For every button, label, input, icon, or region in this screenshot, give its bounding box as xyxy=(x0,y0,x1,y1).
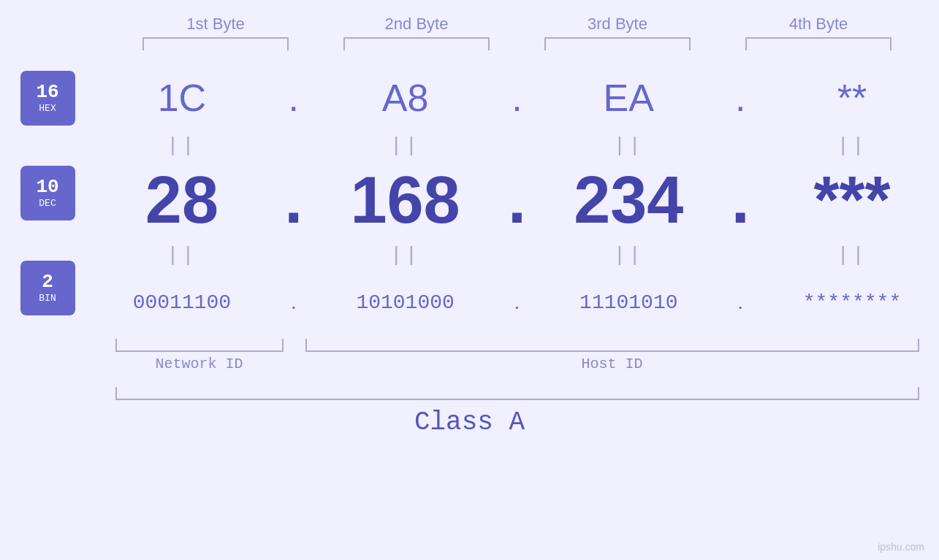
full-bracket xyxy=(115,387,919,400)
bin-b4: ******** xyxy=(779,291,925,314)
eq2-c2: || xyxy=(332,244,479,266)
equals-row-2: || || || || xyxy=(95,240,939,269)
host-bracket xyxy=(305,339,919,352)
dec-row: 28 . 168 . 234 . *** xyxy=(95,160,939,240)
dec-dot2: . xyxy=(506,163,528,238)
badges-column: 16 HEX 10 DEC 2 BIN xyxy=(0,65,95,321)
byte-labels-row: 1st Byte 2nd Byte 3rd Byte 4th Byte xyxy=(115,15,919,34)
hex-dot3: . xyxy=(729,76,751,120)
watermark: ipshu.com xyxy=(878,541,924,553)
bottom-brackets xyxy=(115,339,919,352)
hex-row: 1C . A8 . EA . ** xyxy=(95,65,939,131)
bin-b1: 00011100 xyxy=(109,291,255,314)
data-area: 1C . A8 . EA . ** || || || || 28 xyxy=(95,65,939,335)
dec-dot1: . xyxy=(283,163,305,238)
bin-badge: 2 BIN xyxy=(20,261,75,315)
top-brackets xyxy=(115,37,919,50)
hex-b2: A8 xyxy=(332,76,479,120)
bracket-gap xyxy=(284,339,305,352)
eq1-c1: || xyxy=(109,134,255,157)
hex-b1: 1C xyxy=(109,76,255,120)
hex-badge-label: HEX xyxy=(39,103,56,114)
dec-badge-num: 10 xyxy=(36,177,58,198)
dec-b1: 28 xyxy=(109,163,255,238)
hex-badge-num: 16 xyxy=(36,82,58,103)
hex-dot2: . xyxy=(506,76,528,120)
bracket-1 xyxy=(142,37,289,50)
network-bracket xyxy=(115,339,284,352)
bin-dot1: . xyxy=(283,291,305,314)
byte-label-2: 2nd Byte xyxy=(343,15,490,34)
dec-b2: 168 xyxy=(332,163,479,238)
dec-b3: 234 xyxy=(555,163,702,238)
bin-dot2: . xyxy=(506,291,528,314)
hex-b4: ** xyxy=(779,76,925,120)
bracket-3 xyxy=(544,37,691,50)
eq2-c4: || xyxy=(779,244,925,266)
bin-b3: 11101010 xyxy=(555,291,702,314)
bin-badge-label: BIN xyxy=(39,293,56,304)
main-rows: 16 HEX 10 DEC 2 BIN xyxy=(0,65,939,335)
byte-label-4: 4th Byte xyxy=(745,15,892,34)
byte-label-3: 3rd Byte xyxy=(544,15,691,34)
bottom-section: Network ID Host ID xyxy=(115,339,919,372)
eq2-c1: || xyxy=(109,244,255,266)
dec-badge-wrapper: 10 DEC xyxy=(20,160,75,226)
main-container: 1st Byte 2nd Byte 3rd Byte 4th Byte 16 H… xyxy=(0,0,939,560)
eq1-c4: || xyxy=(779,134,925,157)
dec-dot3: . xyxy=(729,163,751,238)
eq2-c3: || xyxy=(555,244,702,266)
hex-dot1: . xyxy=(283,76,305,120)
byte-label-1: 1st Byte xyxy=(142,15,289,34)
label-gap xyxy=(284,356,305,372)
hex-badge-wrapper: 16 HEX xyxy=(20,65,75,131)
bracket-4 xyxy=(745,37,892,50)
bracket-2 xyxy=(343,37,490,50)
bin-dot3: . xyxy=(729,291,751,314)
bin-badge-wrapper: 2 BIN xyxy=(20,255,75,321)
dec-badge-label: DEC xyxy=(39,198,56,209)
bin-b2: 10101000 xyxy=(332,291,479,314)
bottom-labels: Network ID Host ID xyxy=(115,356,919,372)
bin-badge-num: 2 xyxy=(42,272,53,293)
host-id-label: Host ID xyxy=(305,356,919,372)
class-label: Class A xyxy=(0,407,939,437)
hex-badge: 16 HEX xyxy=(20,71,75,126)
dec-b4: *** xyxy=(779,163,925,238)
hex-b3: EA xyxy=(555,76,702,120)
eq1-c2: || xyxy=(332,134,479,157)
equals-row-1: || || || || xyxy=(95,131,939,160)
bin-row: 00011100 . 10101000 . 11101010 . *******… xyxy=(95,269,939,335)
network-id-label: Network ID xyxy=(115,356,284,372)
eq1-c3: || xyxy=(555,134,702,157)
dec-badge: 10 DEC xyxy=(20,166,75,220)
